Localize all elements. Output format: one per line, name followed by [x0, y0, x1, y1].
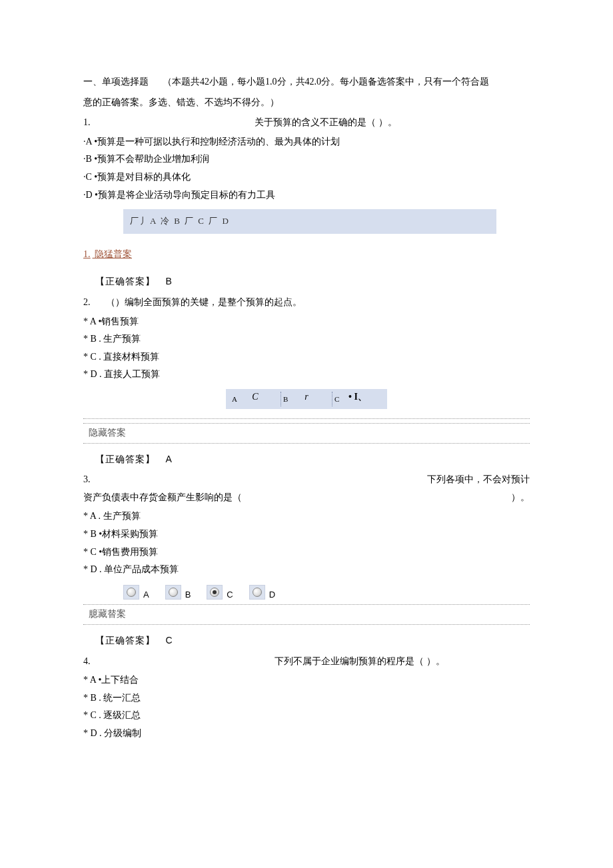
q3-radio-a[interactable]: A: [123, 582, 149, 604]
q3-radio-d[interactable]: D: [249, 582, 275, 604]
q2-option-b: * B . 生产预算: [83, 330, 530, 348]
q3-correct: 【正确答案】 C: [95, 632, 530, 650]
q1-correct: 【正确答案】 B: [95, 272, 530, 291]
section-note-2-wrap: 意的正确答案。多选、错选、不选均不得分。）: [83, 94, 530, 112]
q4-options: * A •上下结合 * B . 统一汇总 * C . 逐级汇总 * D . 分级…: [83, 671, 530, 742]
q4-number: 4.: [83, 653, 97, 671]
section-header: 一、单项选择题 （本题共42小题，每小题1.0分，共42.0分。每小题备选答案中…: [83, 73, 530, 91]
question-4: 4. 下列不属于企业编制预算的程序是（ ）。 * A •上下结合 * B . 统…: [83, 653, 530, 743]
q3-option-a: * A . 生产预算: [83, 508, 530, 526]
q1-option-d: ·D •预算是将企业活动导向预定目标的有力工具: [83, 187, 530, 205]
q3-radio-b-label: B: [185, 582, 191, 604]
q2-option-d: * D . 直接人工预算: [83, 366, 530, 384]
q1-option-a: ·A •预算是一种可据以执行和控制经济活动的、最为具体的计划: [83, 133, 530, 151]
q2-strip-c-mark: • I、: [348, 388, 367, 406]
q4-option-b: * B . 统一汇总: [83, 689, 530, 707]
radio-icon: [253, 588, 262, 597]
q4-option-d: * D . 分级编制: [83, 725, 530, 743]
q1-hide-answer-link[interactable]: 1. 隐猛普案: [83, 246, 132, 264]
q2-strip-c-label: C: [334, 392, 339, 406]
q2-option-a: * A •销售预算: [83, 313, 530, 331]
q3-option-c: * C •销售费用预算: [83, 544, 530, 562]
radio-icon: [210, 588, 219, 597]
q2-correct-val: A: [166, 454, 172, 464]
q2-strip-b-mark: r: [305, 388, 308, 406]
q2-hide-answer[interactable]: 隐藏答案: [83, 423, 530, 444]
q2-option-c: * C . 直接材料预算: [83, 348, 530, 366]
radio-icon: [169, 588, 178, 597]
q3-radio-a-label: A: [143, 582, 149, 604]
q1-options: ·A •预算是一种可据以执行和控制经济活动的、最为具体的计划 ·B •预算不会帮…: [83, 133, 530, 204]
q1-correct-label: 【正确答案】: [95, 276, 155, 286]
q4-option-a: * A •上下结合: [83, 671, 530, 689]
q1-option-b: ·B •预算不会帮助企业增加利润: [83, 151, 530, 169]
q3-radio-b[interactable]: B: [165, 582, 191, 604]
q1-number: 1.: [83, 114, 97, 132]
q3-option-b: * B •材料采购预算: [83, 526, 530, 544]
q2-correct-label: 【正确答案】: [95, 454, 155, 464]
q1-correct-val: B: [166, 276, 172, 286]
q3-options: * A . 生产预算 * B •材料采购预算 * C •销售费用预算 * D .…: [83, 508, 530, 578]
q1-hide-num: 1.: [83, 249, 91, 259]
q2-strip-a-mark: C: [252, 388, 258, 406]
q2-answer-strip[interactable]: AC Br C• I、: [226, 389, 387, 409]
question-3: 3. 下列各项中，不会对预计 资产负债表中存货金额产生影响的是（ ）。 * A …: [83, 471, 530, 650]
radio-icon: [127, 588, 136, 597]
q3-radio-c[interactable]: C: [207, 582, 233, 604]
q2-strip-b-label: B: [283, 392, 288, 406]
q3-stem-line2-left: 资产负债表中存货金额产生影响的是（: [83, 489, 242, 507]
q2-stem: （）编制全面预算的关键，是整个预算的起点。: [106, 297, 302, 307]
q3-option-d: * D . 单位产品成本预算: [83, 561, 530, 579]
q3-radio-c-label: C: [227, 582, 233, 604]
q1-stem: 关于预算的含义不正确的是（ ）。: [255, 117, 397, 127]
q2-number: 2.: [83, 294, 97, 312]
q4-stem: 下列不属于企业编制预算的程序是（ ）。: [275, 656, 445, 666]
q3-correct-label: 【正确答案】: [95, 636, 155, 646]
q4-option-c: * C . 逐级汇总: [83, 707, 530, 725]
q3-number: 3.: [83, 471, 97, 489]
q3-stem-right: 下列各项中，不会对预计: [427, 471, 530, 489]
section-note-1: （本题共42小题，每小题1.0分，共42.0分。每小题备选答案中，只有一个符合题: [163, 77, 489, 87]
q2-correct: 【正确答案】 A: [95, 450, 530, 469]
q1-hide-text: 隐猛普案: [95, 249, 132, 259]
q2-options: * A •销售预算 * B . 生产预算 * C . 直接材料预算 * D . …: [83, 313, 530, 384]
q1-option-c: ·C •预算是对目标的具体化: [83, 169, 530, 187]
question-2: 2. （）编制全面预算的关键，是整个预算的起点。 * A •销售预算 * B .…: [83, 294, 530, 468]
q3-hide-answer[interactable]: 臆藏替案: [83, 604, 530, 625]
q3-radio-d-label: D: [269, 582, 275, 604]
question-1: 1. 关于预算的含义不正确的是（ ）。 ·A •预算是一种可据以执行和控制经济活…: [83, 114, 530, 291]
section-title: 一、单项选择题: [83, 77, 149, 87]
q2-strip-a-label: A: [232, 392, 237, 406]
q1-answer-strip[interactable]: 厂丿A 冷 B 厂 C 厂 D: [123, 209, 496, 234]
q3-correct-val: C: [166, 635, 173, 646]
q3-stem-line2-right: ）。: [511, 489, 530, 507]
q3-radio-group: A B C D: [123, 582, 530, 604]
section-note-2: 意的正确答案。多选、错选、不选均不得分。）: [83, 97, 279, 107]
